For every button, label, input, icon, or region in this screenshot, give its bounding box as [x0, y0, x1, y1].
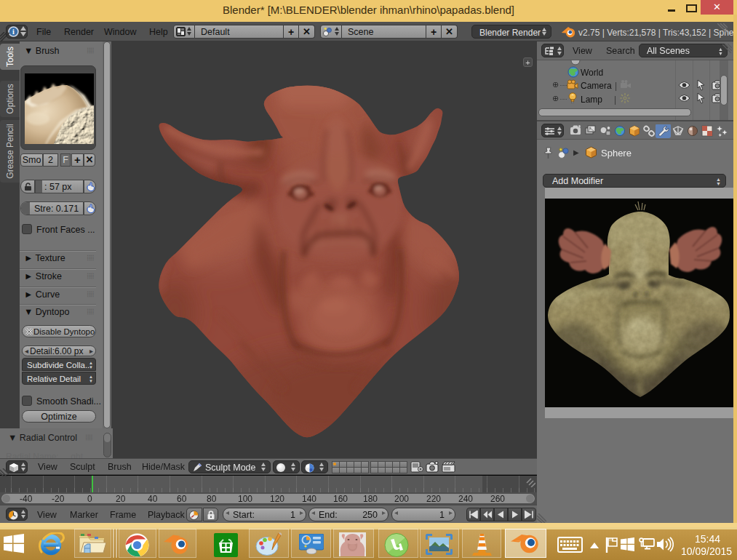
svg-text:i: i [12, 28, 15, 36]
